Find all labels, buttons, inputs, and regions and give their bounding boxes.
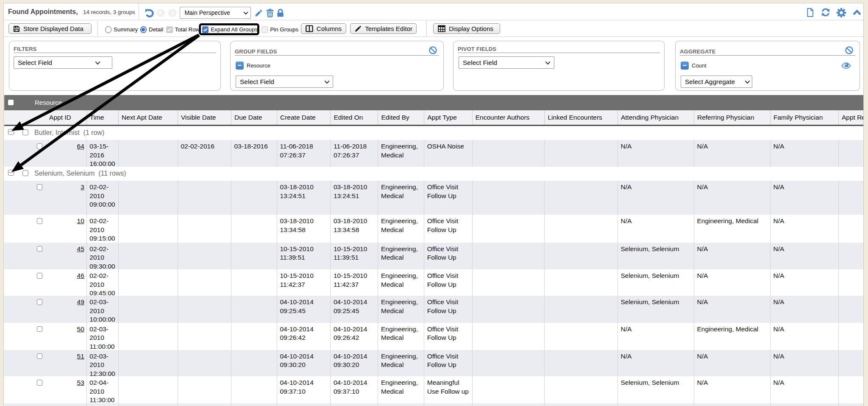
cell-edited-by: Engineering, Medical xyxy=(378,376,424,403)
cell-linked-encounters xyxy=(545,403,618,406)
cell-create-date: 04-10-2014 09:37:10 xyxy=(277,376,331,403)
cell-edited-by: Engineering, Medical xyxy=(378,269,424,296)
cell-next-apt-date xyxy=(119,215,178,243)
radio-icon xyxy=(105,26,112,33)
expand-all-groups-checkbox[interactable]: Expand All Groups xyxy=(202,26,258,33)
group-field-chip[interactable]: Resource xyxy=(236,62,270,70)
detail-radio[interactable]: Detail xyxy=(140,26,164,33)
column-header-time[interactable]: Time xyxy=(87,110,119,125)
row-checkbox[interactable] xyxy=(37,299,43,305)
column-header-attending-physician[interactable]: Attending Physician xyxy=(618,110,694,125)
column-header-due-date[interactable]: Due Date xyxy=(231,110,277,125)
clear-aggregate-icon[interactable] xyxy=(845,46,853,54)
display-options-button[interactable]: Display Options xyxy=(433,23,500,34)
appt-id-link[interactable]: 45 xyxy=(77,245,84,252)
column-header-appt-id[interactable]: Appt ID xyxy=(4,110,87,125)
row-checkbox[interactable] xyxy=(37,273,43,279)
pin-groups-checkbox[interactable]: Pin Groups xyxy=(262,26,299,33)
cell-linked-encounters xyxy=(545,215,618,243)
lock-icon[interactable] xyxy=(277,8,284,17)
column-header-family-physician[interactable]: Family Physician xyxy=(771,110,839,125)
pivot-field-select[interactable]: Select Field xyxy=(459,56,554,69)
column-header-referring-physician[interactable]: Referring Physician xyxy=(694,110,771,125)
collapse-group-icon[interactable] xyxy=(8,170,14,176)
appt-id-link[interactable]: 50 xyxy=(77,325,84,333)
group-checkbox[interactable] xyxy=(22,129,28,135)
cell-encounter-authors xyxy=(473,350,545,377)
appt-id-link[interactable]: 10 xyxy=(77,217,84,224)
undo-icon[interactable] xyxy=(145,8,154,18)
export-file-icon[interactable] xyxy=(806,7,814,17)
table-row: 5102-03- 2010 12:30:0004-10-2014 09:30:2… xyxy=(4,350,864,377)
appt-id-link[interactable]: 49 xyxy=(77,298,84,305)
row-checkbox[interactable] xyxy=(37,218,43,224)
cell-time: 02-02- 2010 09:30:00 xyxy=(87,243,119,270)
next-perspective-icon[interactable] xyxy=(168,9,177,17)
cell-referring: N/A xyxy=(694,140,771,167)
cell-referring: N/A xyxy=(694,243,771,270)
column-header-appt-re[interactable]: Appt Re xyxy=(839,110,864,125)
filters-field-select[interactable]: Select Field xyxy=(14,56,112,69)
clear-group-fields-icon[interactable] xyxy=(429,46,437,54)
cell-due-date xyxy=(231,296,277,323)
delete-perspective-icon[interactable] xyxy=(266,8,274,17)
column-header-edited-on[interactable]: Edited On xyxy=(331,110,378,125)
group-row: Selenium, Selenium (11 rows) xyxy=(4,167,864,181)
column-header-next-apt-date[interactable]: Next Apt Date xyxy=(119,110,178,125)
appt-id-link[interactable]: 3 xyxy=(81,183,84,190)
column-header-appt-type[interactable]: Appt Type xyxy=(424,110,473,125)
cell-linked-encounters xyxy=(545,323,618,350)
row-checkbox[interactable] xyxy=(37,353,43,359)
column-header-visible-date[interactable]: Visible Date xyxy=(178,110,231,125)
cell-edited-on: 04-10-2014 09:25:45 xyxy=(331,296,378,323)
remove-aggregate-icon[interactable] xyxy=(681,62,689,70)
collapse-group-icon[interactable] xyxy=(8,129,14,135)
cell-encounter-authors xyxy=(473,243,545,270)
column-header-encounter-authors[interactable]: Encounter Authors xyxy=(473,110,545,125)
group-checkbox[interactable] xyxy=(22,170,28,176)
appt-id-link[interactable]: 53 xyxy=(77,379,84,386)
visibility-eye-icon[interactable] xyxy=(841,62,851,69)
column-header-create-date[interactable]: Create Date xyxy=(277,110,331,125)
refresh-icon[interactable] xyxy=(821,7,830,17)
cell-next-apt-date xyxy=(119,296,178,323)
column-header-row: Appt IDTimeNext Apt DateVisible DateDue … xyxy=(4,110,864,126)
row-checkbox[interactable] xyxy=(37,326,43,332)
aggregate-select[interactable]: Select Aggregate xyxy=(681,76,752,88)
cell-family: N/A xyxy=(771,376,839,403)
column-header-linked-encounters[interactable]: Linked Encounters xyxy=(545,110,618,125)
table-row: 302-02- 2010 09:00:0003-18-2010 13:24:51… xyxy=(4,181,864,215)
column-header-edited-by[interactable]: Edited By xyxy=(378,110,424,125)
cell-time: 02-03- 2010 12:30:00 xyxy=(87,350,119,377)
previous-perspective-icon[interactable] xyxy=(157,9,165,17)
appt-id-link[interactable]: 64 xyxy=(77,143,84,150)
group-field-select[interactable]: Select Field xyxy=(236,76,333,88)
cell-edited-on: 04-10-2014 09:26:42 xyxy=(331,323,378,350)
select-all-checkbox[interactable] xyxy=(8,100,14,105)
store-displayed-data-button[interactable]: Store Displayed Data xyxy=(8,23,92,34)
row-checkbox[interactable] xyxy=(37,380,43,386)
cell-time xyxy=(87,403,119,406)
appt-id-link[interactable]: 46 xyxy=(77,272,84,279)
cell-appt-re xyxy=(839,403,864,406)
row-checkbox[interactable] xyxy=(37,246,43,252)
appt-id-link[interactable]: 51 xyxy=(77,353,84,360)
columns-button[interactable]: Columns xyxy=(301,23,346,34)
table-row: 5002-03- 2010 11:00:0004-10-2014 09:26:4… xyxy=(4,323,864,350)
edit-perspective-icon[interactable] xyxy=(254,9,262,17)
templates-editor-button[interactable]: Templates Editor xyxy=(350,23,417,34)
gear-icon[interactable] xyxy=(836,7,846,18)
total-row-checkbox[interactable]: Total Row xyxy=(166,26,200,33)
toolbar: Store Displayed Data Summary Detail Tota… xyxy=(4,20,863,37)
summary-radio[interactable]: Summary xyxy=(105,26,138,33)
perspective-select[interactable]: Main Perspective xyxy=(180,7,251,19)
collapse-panel-icon[interactable] xyxy=(852,7,862,17)
remove-field-icon[interactable] xyxy=(236,62,244,70)
row-checkbox[interactable] xyxy=(37,143,43,149)
cell-edited-on: 03-18-2010 13:34:58 xyxy=(331,215,378,243)
row-checkbox[interactable] xyxy=(37,184,43,190)
divider xyxy=(426,21,427,36)
aggregate-chip[interactable]: Count xyxy=(681,62,707,70)
table-row: 4602-02- 2010 09:45:0010-15-2010 11:42:3… xyxy=(4,269,864,296)
cell-create-date: 11-06-2018 07:26:37 xyxy=(277,140,331,167)
